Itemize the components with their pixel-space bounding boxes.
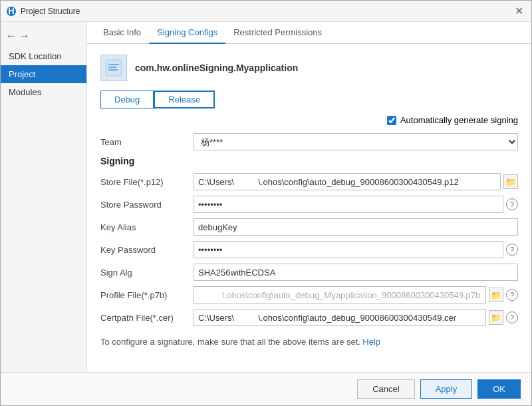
store-file-wrap: 📁 (194, 173, 518, 190)
sidebar-item-modules[interactable]: Modules (1, 83, 86, 101)
certpath-file-wrap: 📁 ? (194, 309, 518, 326)
store-password-label: Store Password (100, 200, 194, 210)
key-alias-wrap (194, 218, 518, 236)
profile-file-input[interactable] (194, 286, 486, 304)
auto-sign-label: Automatically generate signing (400, 115, 518, 125)
sign-alg-row: Sign Alg (100, 264, 518, 281)
tab-bar: Basic Info Signing Configs Restricted Pe… (87, 22, 531, 44)
main-panel: Basic Info Signing Configs Restricted Pe… (87, 22, 531, 372)
certpath-file-row: Certpath File(*.cer) 📁 ? (100, 309, 518, 326)
key-password-wrap: ? (194, 241, 518, 258)
tab-signing-configs[interactable]: Signing Configs (149, 22, 225, 44)
svg-rect-5 (108, 69, 118, 71)
title-bar-text: Project Structure (21, 7, 512, 16)
help-link[interactable]: Help (362, 337, 380, 347)
key-password-help-icon[interactable]: ? (506, 244, 518, 256)
sign-alg-input[interactable] (194, 264, 518, 281)
app-name: com.hw.onlineSigning.Myapplication (135, 63, 298, 73)
certpath-file-input[interactable] (194, 309, 486, 326)
tab-restricted-permissions[interactable]: Restricted Permissions (225, 22, 330, 44)
key-password-row: Key Password ? (100, 241, 518, 258)
profile-file-wrap: 📁 ? (194, 286, 518, 304)
store-file-label: Store File(*.p12) (100, 177, 194, 187)
team-label: Team (100, 137, 194, 147)
nav-back-icon[interactable]: ← (6, 30, 17, 42)
store-file-input[interactable] (194, 173, 501, 190)
app-icon-svg (104, 59, 123, 77)
nav-forward-icon[interactable]: → (19, 30, 30, 42)
store-password-input[interactable] (194, 196, 503, 213)
key-alias-row: Key Alias (100, 218, 518, 236)
ok-button[interactable]: OK (477, 379, 521, 399)
store-password-help-icon[interactable]: ? (506, 198, 518, 210)
certpath-file-folder-icon[interactable]: 📁 (489, 310, 503, 325)
profile-file-label: Profile File(*.p7b) (100, 290, 194, 300)
signing-section-title: Signing (100, 156, 518, 166)
app-logo-icon: H (6, 6, 17, 17)
apply-button[interactable]: Apply (420, 379, 473, 399)
debug-mode-button[interactable]: Debug (100, 91, 154, 108)
key-alias-label: Key Alias (100, 222, 194, 232)
store-password-wrap: ? (194, 196, 518, 213)
svg-text:H: H (8, 6, 14, 16)
nav-arrows: ← → (1, 27, 86, 47)
store-password-row: Store Password ? (100, 196, 518, 213)
app-header: com.hw.onlineSigning.Myapplication (100, 55, 518, 81)
project-structure-dialog: H Project Structure ✕ ← → SDK Location P… (0, 0, 532, 406)
team-row: Team 杨**** (100, 133, 518, 150)
mode-buttons: Debug Release (100, 91, 518, 108)
sign-alg-label: Sign Alg (100, 268, 194, 278)
store-file-row: Store File(*.p12) 📁 (100, 173, 518, 190)
auto-sign-row: Automatically generate signing (100, 115, 518, 125)
profile-file-folder-icon[interactable]: 📁 (489, 288, 503, 302)
panel-content: com.hw.onlineSigning.Myapplication Debug… (87, 44, 531, 372)
key-password-input[interactable] (194, 241, 503, 258)
team-input-wrap: 杨**** (194, 133, 518, 150)
footer-note: To configure a signature, make sure that… (100, 331, 518, 347)
dialog-footer: Cancel Apply OK (1, 372, 531, 405)
svg-rect-4 (108, 67, 116, 68)
cancel-button[interactable]: Cancel (357, 379, 414, 399)
svg-rect-3 (108, 64, 119, 65)
sidebar-item-sdk-location[interactable]: SDK Location (1, 47, 86, 65)
profile-file-help-icon[interactable]: ? (506, 289, 518, 301)
sidebar-item-project[interactable]: Project (1, 65, 86, 83)
key-password-label: Key Password (100, 245, 194, 255)
certpath-file-help-icon[interactable]: ? (506, 311, 518, 323)
auto-sign-checkbox[interactable] (387, 116, 396, 125)
profile-file-row: Profile File(*.p7b) 📁 ? (100, 286, 518, 304)
sidebar: ← → SDK Location Project Modules (1, 22, 87, 372)
title-bar: H Project Structure ✕ (1, 1, 531, 22)
key-alias-input[interactable] (194, 218, 518, 236)
tab-basic-info[interactable]: Basic Info (95, 22, 149, 44)
store-file-folder-icon[interactable]: 📁 (503, 174, 518, 189)
team-select[interactable]: 杨**** (194, 133, 518, 150)
app-icon (100, 55, 127, 81)
certpath-file-label: Certpath File(*.cer) (100, 313, 194, 323)
close-icon[interactable]: ✕ (512, 5, 526, 17)
sign-alg-wrap (194, 264, 518, 281)
release-mode-button[interactable]: Release (154, 91, 215, 108)
content-area: ← → SDK Location Project Modules Basic I… (1, 22, 531, 372)
